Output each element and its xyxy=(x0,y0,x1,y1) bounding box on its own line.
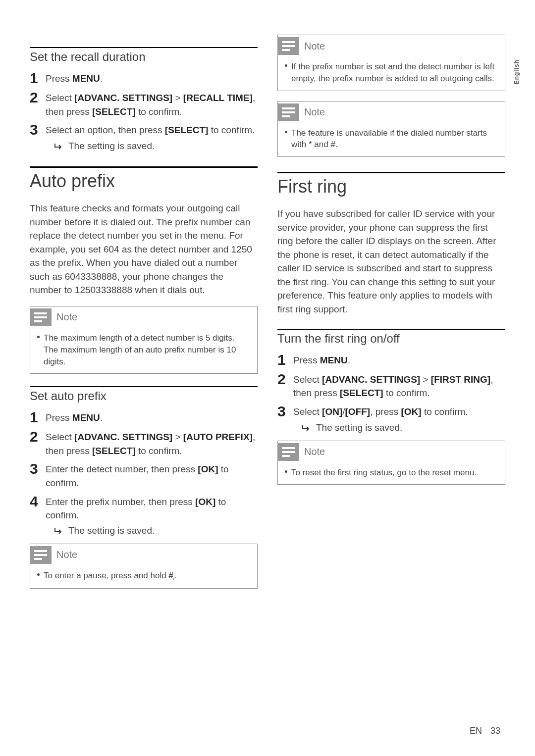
note-icon xyxy=(278,443,299,461)
note-text: If the prefix number is set and the dete… xyxy=(291,61,498,85)
recall-steps: 1 Press MENU. 2 Select [ADVANC. SETTINGS… xyxy=(30,70,258,138)
note-icon xyxy=(30,546,52,564)
ap-result: The setting is saved. xyxy=(30,525,258,536)
fr-step-1: 1Press MENU. xyxy=(277,352,505,368)
note-label: Note xyxy=(304,446,325,457)
note-label: Note xyxy=(304,41,325,52)
ap-step-1: 1Press MENU. xyxy=(30,409,258,425)
recall-step-1: 1 Press MENU. xyxy=(30,70,258,86)
auto-prefix-steps: 1Press MENU. 2Select [ADVANC. SETTINGS] … xyxy=(30,409,258,522)
hash-key-icon: #/ xyxy=(168,570,174,582)
ap-step-4: 4Enter the prefix number, then press [OK… xyxy=(30,493,258,522)
step-text: Select an option, then press [SELECT] to… xyxy=(46,121,258,137)
language-tab: English xyxy=(513,59,520,84)
note-prefix-empty: Note If the prefix number is set and the… xyxy=(277,35,505,91)
auto-prefix-desc: This feature checks and formats your out… xyxy=(30,202,258,297)
recall-result: The setting is saved. xyxy=(30,141,258,151)
recall-step-3: 3 Select an option, then press [SELECT] … xyxy=(30,121,258,138)
result-text: The setting is saved. xyxy=(68,525,155,536)
turn-first-ring-title: Turn the first ring on/off xyxy=(277,329,505,346)
note-text: The maximum length of a detect number is… xyxy=(44,332,250,367)
first-ring-desc: If you have subscribed for caller ID ser… xyxy=(277,207,505,316)
note-icon xyxy=(278,37,299,55)
fr-step-3: 3Select [ON]/[OFF], press [OK] to confir… xyxy=(277,403,505,419)
result-arrow-icon xyxy=(54,528,63,535)
two-column-layout: Set the recall duration 1 Press MENU. 2 … xyxy=(30,35,505,599)
result-arrow-icon xyxy=(302,425,311,432)
first-ring-steps: 1Press MENU. 2Select [ADVANC. SETTINGS] … xyxy=(277,352,505,419)
result-arrow-icon xyxy=(54,143,63,150)
right-column: Note If the prefix number is set and the… xyxy=(277,35,505,599)
step-number: 1 xyxy=(30,70,46,86)
footer-page: 33 xyxy=(490,726,500,736)
note-label: Note xyxy=(56,311,77,323)
recall-title: Set the recall duration xyxy=(30,47,258,64)
auto-prefix-title: Auto prefix xyxy=(30,166,258,192)
fr-result: The setting is saved. xyxy=(277,422,505,433)
note-pause: Note To enter a pause, press and hold #/… xyxy=(30,544,258,589)
left-column: Set the recall duration 1 Press MENU. 2 … xyxy=(30,35,258,599)
note-unavailable: Note The feature is unavailable if the d… xyxy=(277,101,505,157)
footer-lang: EN xyxy=(470,726,482,736)
note-reset-first-ring: Note To reset the first ring status, go … xyxy=(277,441,505,485)
note-text: The feature is unavailable if the dialed… xyxy=(291,127,498,151)
ap-step-2: 2Select [ADVANC. SETTINGS] > [AUTO PREFI… xyxy=(30,428,258,457)
step-text: Press MENU. xyxy=(46,70,258,86)
note-icon xyxy=(278,103,299,121)
note-label: Note xyxy=(304,106,325,118)
fr-step-2: 2Select [ADVANC. SETTINGS] > [FIRST RING… xyxy=(277,371,505,400)
note-icon xyxy=(30,308,52,326)
recall-step-2: 2 Select [ADVANC. SETTINGS] > [RECALL TI… xyxy=(30,89,258,118)
ap-step-3: 3Enter the detect number, then press [OK… xyxy=(30,460,258,490)
result-text: The setting is saved. xyxy=(316,422,402,433)
step-number: 2 xyxy=(30,89,46,105)
step-text: Select [ADVANC. SETTINGS] > [RECALL TIME… xyxy=(46,89,258,118)
page-footer: EN 33 xyxy=(470,726,500,736)
result-text: The setting is saved. xyxy=(68,141,155,151)
note-label: Note xyxy=(56,549,77,560)
note-text: To reset the first ring status, go to th… xyxy=(291,467,477,479)
set-auto-prefix-title: Set auto prefix xyxy=(30,386,258,403)
note-max-length: Note The maximum length of a detect numb… xyxy=(30,306,258,374)
step-number: 3 xyxy=(30,121,46,138)
note-text: To enter a pause, press and hold #/. xyxy=(44,570,177,582)
first-ring-title: First ring xyxy=(277,172,505,197)
